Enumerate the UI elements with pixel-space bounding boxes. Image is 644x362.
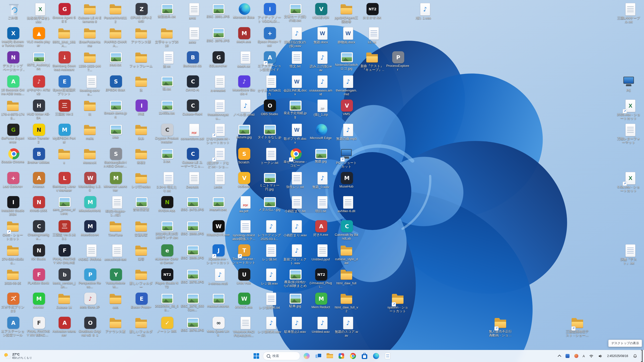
weather-widget[interactable]: 27°C 晴れのちくもり	[2, 351, 35, 361]
desktop-icon[interactable]: 8372_Audiotry.jpg	[26, 51, 51, 70]
desktop-icon[interactable]: Cubase LE AI Elements 8	[78, 3, 102, 23]
desktop-icon[interactable]: PIAPRO CHARA...	[103, 27, 128, 48]
desktop-icon[interactable]: レジ袋有料.wav	[257, 316, 281, 334]
desktop-icon[interactable]: 瀬音	[129, 244, 153, 261]
desktop-icon[interactable]: 8801_bhol_16&A...	[52, 27, 76, 48]
desktop-icon[interactable]: Cubase 14	[52, 292, 76, 309]
desktop-icon[interactable]: A好きA.exe	[309, 220, 333, 237]
desktop-icon[interactable]: 駐車.jpg	[283, 292, 307, 308]
desktop-icon[interactable]: +Epson Photo+ Tool	[257, 27, 281, 47]
desktop-icon[interactable]: 文書カード(仮)の絵.jpg	[283, 3, 307, 22]
desktop-icon[interactable]: BBackuppl.clp	[180, 51, 205, 68]
desktop-icon[interactable]: ノベル堂.amid	[232, 99, 256, 116]
desktop-icon[interactable]: IEI(0)-fougou-1...(仮)	[103, 196, 128, 217]
desktop-icon[interactable]: pgo2ADAgent三国絵巻	[334, 3, 358, 23]
desktop-icon[interactable]: ↗0.5a.xlsx - ショートカット	[617, 171, 641, 193]
desktop-icon[interactable]: ESC_2878.JPG	[206, 27, 230, 42]
desktop-icon[interactable]: ↗(仮)ガチ・ドなど.txt - ショートカット	[206, 147, 230, 168]
desktop-icon[interactable]: (仮)_1.wav	[411, 3, 435, 20]
desktop-icon[interactable]: CChasingIntellige...	[26, 220, 51, 240]
desktop-icon[interactable]: 歌ボプリ作.docx	[283, 123, 307, 144]
tray-app-button-1[interactable]	[565, 353, 571, 359]
desktop-icon[interactable]: SScratch	[232, 147, 256, 164]
desktop-icon[interactable]: MMedA.exe	[232, 27, 256, 43]
desktop-icon[interactable]: ごみ箱	[1, 3, 25, 20]
desktop-icon[interactable]: 波.txt	[155, 51, 179, 68]
desktop-icon[interactable]: MMuseHub	[334, 171, 358, 188]
desktop-icon[interactable]: amid	[180, 3, 205, 20]
desktop-icon[interactable]: ESC_2876.JPG	[180, 316, 205, 332]
desktop-icon[interactable]: ESC_2875_00001m...	[180, 292, 205, 312]
store-button[interactable]	[359, 351, 370, 361]
desktop-icon[interactable]: 11455a.jpg	[155, 99, 179, 115]
desktop-icon[interactable]: GG2Launcher	[206, 51, 230, 68]
notification-button[interactable]	[632, 353, 638, 359]
desktop-icon[interactable]: Untitled.wav	[309, 316, 333, 334]
desktop-icon[interactable]: ズズボラ式プリンタ3	[1, 292, 25, 313]
desktop-icon[interactable]: A↗エアステーション設定ガイド	[257, 51, 281, 71]
desktop-icon[interactable]: WWaMailBay 1.2.0	[78, 171, 102, 192]
desktop-icon[interactable]: eeLicenser Control Center	[155, 244, 179, 264]
desktop-icon[interactable]: CCakewalk by BandLab	[334, 220, 358, 240]
desktop-icon[interactable]: 無題のスコア.wav	[334, 316, 358, 337]
desktop-icon[interactable]: aero_jprnow_sfj.png	[52, 196, 76, 215]
desktop-icon[interactable]: かすみ AITalk出力	[257, 75, 281, 96]
desktop-icon[interactable]: HHUD Writer AE-5A	[26, 99, 51, 120]
volume-button[interactable]	[597, 353, 603, 359]
desktop-icon[interactable]: T↗TimeTune.exe - ショートカット	[232, 244, 256, 264]
desktop-icon[interactable]: SSteinbergBuilt-In ASIO Driver 1.0.9	[103, 147, 128, 168]
desktop-icon[interactable]: レジ袋.wav	[257, 268, 281, 285]
desktop-icon[interactable]: 演奏日記(仮)の(仮).wav	[283, 27, 307, 48]
desktop-icon[interactable]: FFINAL FANTASY XIV BENCHMARK	[26, 316, 51, 337]
desktop-icon[interactable]: NintendoSwitchロゴ.jpg	[334, 51, 358, 70]
desktop-icon[interactable]: 274-566-n5c5cd...	[1, 244, 25, 265]
desktop-icon[interactable]: Smash demo.jpg	[103, 99, 128, 119]
start-button[interactable]	[251, 351, 261, 361]
desktop-icon[interactable]: アナウンス夏	[103, 316, 128, 333]
desktop-icon[interactable]: J↗JQuake.exe - ショートカット	[206, 244, 230, 264]
desktop-icon[interactable]: ♪Melo Song JP	[78, 292, 102, 309]
desktop-icon[interactable]: SEPSON Scan	[103, 75, 128, 92]
desktop-icon[interactable]: 新曲『テスト』『キューブ』(仮)	[360, 51, 384, 72]
desktop-icon[interactable]: Nデスクトップ ページカード (OneNote)	[1, 51, 25, 71]
desktop-icon[interactable]: ZCPUID CPU-Z MSI	[129, 3, 153, 23]
desktop-icon[interactable]: 氷	[129, 75, 153, 92]
desktop-icon[interactable]: lloveling-conve...	[78, 75, 102, 96]
desktop-icon[interactable]: VVOICEVOX	[309, 3, 333, 19]
desktop-icon[interactable]: ✓ノートン 360	[155, 316, 179, 333]
desktop-icon[interactable]: ♪がやがや♪ AITalk3	[26, 75, 51, 96]
desktop-icon[interactable]: 静物画.docx	[334, 27, 358, 44]
desktop-icon[interactable]: PC	[617, 75, 641, 92]
desktop-icon[interactable]: g-ereaded	[206, 75, 230, 92]
desktop-icon[interactable]: レコーディング 2025-03-1...	[257, 220, 281, 241]
file-explorer-button[interactable]	[325, 351, 335, 361]
desktop-icon[interactable]: Microsoft Edge	[309, 123, 333, 140]
desktop-icon[interactable]: UUnity Hub	[232, 268, 256, 285]
desktop-icon[interactable]: CCrypton Product Installer	[155, 123, 179, 144]
desktop-icon[interactable]: 無題.docx	[309, 27, 333, 44]
desktop-icon[interactable]: 新しいフォルダー	[129, 268, 153, 289]
desktop-icon[interactable]: Masayuki	[78, 147, 102, 164]
chrome-button[interactable]	[348, 351, 358, 361]
desktop-icon[interactable]: レジ袋有料.txt	[257, 292, 281, 309]
desktop-icon[interactable]: 2023-09-25	[1, 268, 25, 285]
desktop-icon[interactable]: GGroove Agent SE 5	[52, 3, 76, 23]
desktop-icon[interactable]: MMonitor	[26, 292, 51, 309]
desktop-icon[interactable]: 176-4-6973-1748...	[1, 99, 25, 120]
desktop-icon[interactable]: 小銭貯まり.txt	[283, 196, 307, 213]
desktop-icon[interactable]: AAntesan	[26, 171, 51, 188]
desktop-icon[interactable]: FFINAL FANTASY XIV ONLINE	[52, 244, 76, 264]
desktop-icon[interactable]: 20220904_08_08...	[155, 292, 179, 312]
desktop-icon[interactable]: jjjj	[78, 99, 102, 116]
desktop-icon[interactable]: ♪MuseScore Studio 4	[232, 75, 256, 96]
desktop-icon[interactable]: 演奏『テスト』.txt	[617, 244, 641, 265]
desktop-icon[interactable]: aa.pdf	[232, 196, 256, 213]
desktop-icon[interactable]: アナウンス要	[129, 27, 153, 44]
desktop-icon[interactable]: 会話LINE風.docx	[283, 75, 307, 96]
desktop-icon[interactable]: 将棋2	[129, 147, 153, 164]
desktop-icon[interactable]: NNX Studio	[26, 244, 51, 261]
desktop-icon[interactable]: WWWWC.exe	[232, 292, 256, 309]
desktop-icon[interactable]: VVMS	[334, 99, 358, 116]
desktop-icon[interactable]: Utaz	[103, 123, 128, 139]
desktop-icon[interactable]: ESC_2869.JPG	[180, 244, 205, 260]
